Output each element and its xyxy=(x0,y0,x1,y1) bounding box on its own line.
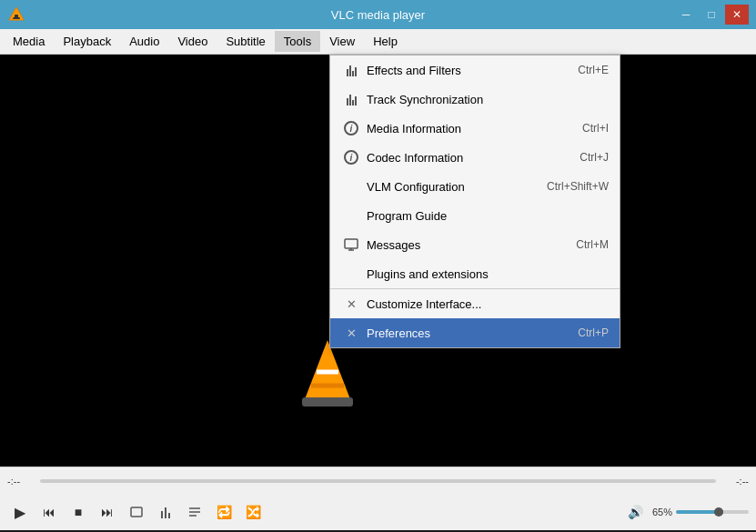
track-sync-label: Track Synchronization xyxy=(367,93,590,106)
eq-icon-effects xyxy=(341,60,361,80)
menu-media[interactable]: Media xyxy=(4,31,54,52)
menu-view[interactable]: View xyxy=(320,31,364,52)
mute-button[interactable]: 🔊 xyxy=(623,499,649,525)
stop-button[interactable]: ■ xyxy=(66,499,91,525)
minimize-button[interactable]: ─ xyxy=(674,5,698,25)
eq-icon-track xyxy=(341,89,361,109)
customize-label: Customize Interface... xyxy=(367,297,590,311)
wrench-icon-customize: ✕ xyxy=(341,294,361,314)
menu-video[interactable]: Video xyxy=(168,31,217,52)
menu-item-plugins[interactable]: Plugins and extensions xyxy=(330,259,620,288)
skip-forward-button[interactable]: ⏭ xyxy=(95,499,120,525)
info-icon-codec: i xyxy=(341,147,361,167)
window-title: VLC media player xyxy=(331,8,425,22)
monitor-icon xyxy=(341,235,361,255)
volume-bar[interactable] xyxy=(676,510,749,514)
program-guide-label: Program Guide xyxy=(367,209,590,223)
messages-label: Messages xyxy=(367,238,558,252)
vlm-shortcut: Ctrl+Shift+W xyxy=(547,180,609,193)
menu-item-program-guide[interactable]: Program Guide xyxy=(330,201,620,230)
svg-rect-7 xyxy=(302,397,353,407)
menu-help[interactable]: Help xyxy=(364,31,407,52)
time-elapsed: -:-- xyxy=(7,476,35,487)
svg-rect-2 xyxy=(13,17,20,19)
codec-info-shortcut: Ctrl+J xyxy=(580,151,609,164)
effects-label: Effects and Filters xyxy=(367,64,559,77)
info-icon-media: i xyxy=(341,118,361,138)
svg-rect-8 xyxy=(345,239,358,248)
window-controls: ─ □ ✕ xyxy=(674,5,749,25)
volume-section: 🔊 65% xyxy=(623,499,749,525)
maximize-button[interactable]: □ xyxy=(700,5,723,25)
tools-dropdown-menu: Effects and Filters Ctrl+E Track Synchro… xyxy=(329,55,620,348)
vlm-icon xyxy=(341,176,361,196)
svg-rect-11 xyxy=(131,507,142,517)
menu-bar: Media Playback Audio Video Subtitle Tool… xyxy=(0,29,756,55)
media-info-label: Media Information xyxy=(367,122,564,136)
menu-item-customize[interactable]: ✕ Customize Interface... xyxy=(330,288,620,318)
skip-back-button[interactable]: ⏮ xyxy=(36,499,62,525)
menu-playback[interactable]: Playback xyxy=(54,31,120,52)
menu-subtitle[interactable]: Subtitle xyxy=(217,31,274,52)
main-video-area: Effects and Filters Ctrl+E Track Synchro… xyxy=(0,55,756,467)
messages-shortcut: Ctrl+M xyxy=(576,238,609,251)
vlc-icon xyxy=(7,5,25,24)
plugins-icon xyxy=(341,264,361,284)
shuffle-button[interactable]: 🔀 xyxy=(240,499,266,525)
program-guide-icon xyxy=(341,206,361,226)
vlm-label: VLM Configuration xyxy=(367,180,529,194)
extended-settings-button[interactable] xyxy=(153,499,178,525)
menu-item-track-sync[interactable]: Track Synchronization xyxy=(330,85,620,114)
effects-shortcut: Ctrl+E xyxy=(578,64,609,76)
plugins-label: Plugins and extensions xyxy=(367,267,590,281)
menu-item-media-info[interactable]: i Media Information Ctrl+I xyxy=(330,114,620,143)
time-remaining: -:-- xyxy=(721,476,749,487)
preferences-label: Preferences xyxy=(367,326,559,340)
media-info-shortcut: Ctrl+I xyxy=(582,122,609,135)
play-button[interactable]: ▶ xyxy=(7,499,33,525)
loop-button[interactable]: 🔁 xyxy=(211,499,237,525)
volume-percentage: 65% xyxy=(652,507,672,517)
menu-item-preferences[interactable]: ✕ Preferences Ctrl+P xyxy=(330,318,620,347)
playlist-button[interactable] xyxy=(182,499,207,525)
title-bar: VLC media player ─ □ ✕ xyxy=(0,0,756,29)
close-button[interactable]: ✕ xyxy=(725,5,749,25)
seek-bar-area: -:-- -:-- xyxy=(0,467,756,494)
wrench-icon-preferences: ✕ xyxy=(341,323,361,343)
controls-bar: ▶ ⏮ ■ ⏭ 🔁 🔀 🔊 65% xyxy=(0,494,756,530)
menu-audio[interactable]: Audio xyxy=(120,31,168,52)
seek-bar[interactable] xyxy=(40,479,716,483)
menu-item-messages[interactable]: Messages Ctrl+M xyxy=(330,230,620,259)
menu-item-effects[interactable]: Effects and Filters Ctrl+E xyxy=(330,55,620,85)
menu-tools[interactable]: Tools xyxy=(275,31,320,52)
menu-item-codec-info[interactable]: i Codec Information Ctrl+J xyxy=(330,143,620,172)
fullscreen-button[interactable] xyxy=(124,499,149,525)
preferences-shortcut: Ctrl+P xyxy=(578,326,609,339)
menu-item-vlm[interactable]: VLM Configuration Ctrl+Shift+W xyxy=(330,172,620,201)
codec-info-label: Codec Information xyxy=(367,151,561,165)
